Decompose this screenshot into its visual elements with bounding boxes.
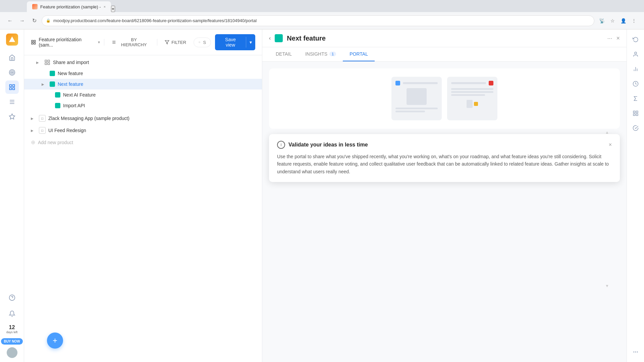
save-view-arrow[interactable]: ▾: [246, 37, 255, 48]
feature-color-dot-ai: [55, 92, 60, 98]
portal-card-arrow: [467, 100, 473, 108]
tab-insights[interactable]: INSIGHTS 1: [299, 47, 343, 61]
user-avatar[interactable]: [7, 347, 17, 358]
right-sidebar-check-button[interactable]: [630, 122, 642, 134]
product-zlack[interactable]: ▶ □ Zlack Messaging App (sample product): [24, 112, 262, 124]
save-view-button[interactable]: Save view ▾: [215, 34, 255, 50]
svg-point-3: [11, 72, 12, 73]
feature-list-scroll: ▶ Share and import New feature ▶ Next fe…: [24, 55, 262, 362]
svg-marker-0: [9, 37, 15, 42]
sidebar-home-button[interactable]: [5, 51, 19, 64]
feature-name-ai: Next AI Feature: [63, 92, 96, 98]
detail-panel: ‹ Next feature ··· × DETAIL INSIGHTS 1 P…: [262, 29, 627, 362]
portal-card-line-4: [451, 82, 486, 84]
right-sidebar-refresh-button[interactable]: [630, 78, 642, 90]
bookmark-button[interactable]: ☆: [608, 16, 617, 25]
tooltip-header: i Validate your ideas in less time ×: [277, 141, 612, 149]
profile-button[interactable]: 👤: [619, 16, 628, 25]
product-icon: □: [39, 115, 46, 122]
sidebar-features-button[interactable]: [5, 80, 19, 94]
portal-card-line-1: [403, 82, 438, 84]
product-chevron: ▶: [31, 117, 36, 120]
sidebar-target-button[interactable]: [5, 66, 19, 79]
tab-detail[interactable]: DETAIL: [269, 47, 299, 61]
feature-next-ai[interactable]: Next AI Feature: [24, 89, 262, 100]
toolbar: Feature prioritization (sam... ▾ BY HIER…: [24, 29, 262, 55]
portal-card-img-1: [407, 88, 427, 105]
search-box[interactable]: [194, 38, 211, 47]
svg-rect-5: [12, 85, 14, 87]
detail-close-button[interactable]: ×: [616, 35, 620, 42]
right-sidebar-more-button[interactable]: [630, 346, 642, 358]
feature-name-selected: Next feature: [58, 81, 83, 87]
feature-new-feature[interactable]: New feature: [24, 68, 262, 79]
svg-line-23: [200, 43, 200, 43]
address-bar[interactable]: 🔒 moodjoy.productboard.com/feature-board…: [42, 15, 594, 26]
portal-cards: [391, 77, 497, 120]
save-view-label: Save view: [215, 34, 246, 50]
forward-button[interactable]: →: [17, 16, 27, 25]
product-chevron-2: ▶: [31, 129, 36, 132]
detail-more-button[interactable]: ···: [607, 35, 612, 42]
hierarchy-button[interactable]: BY HIERARCHY: [108, 35, 153, 49]
insights-badge: 1: [329, 52, 336, 56]
url-text: moodjoy.productboard.com/feature-board/6…: [53, 18, 257, 23]
board-title[interactable]: Feature prioritization (sam... ▾: [31, 37, 100, 48]
svg-rect-17: [34, 43, 36, 44]
sidebar-filter-button[interactable]: [5, 95, 19, 109]
detail-tabs: DETAIL INSIGHTS 1 PORTAL: [262, 47, 627, 62]
refresh-button[interactable]: ↻: [30, 16, 39, 25]
days-left-label: days left: [6, 330, 18, 334]
back-button[interactable]: ←: [5, 16, 15, 25]
product-ui-feed[interactable]: ▶ □ UI Feed Redesign: [24, 124, 262, 136]
active-tab[interactable]: Feature prioritization (sample) - ×: [27, 1, 111, 12]
days-left-count: 12: [6, 324, 18, 330]
svg-rect-24: [45, 60, 47, 62]
new-tab-button[interactable]: +: [111, 6, 115, 12]
tab-portal-label: PORTAL: [350, 51, 368, 57]
portal-card-dot-1: [395, 81, 400, 85]
tooltip-body: Use the portal to share what you've ship…: [277, 153, 612, 175]
right-sidebar-user-button[interactable]: [630, 48, 642, 60]
detail-back-button[interactable]: ‹: [269, 35, 271, 41]
svg-rect-36: [636, 114, 638, 116]
sidebar-help-button[interactable]: [5, 291, 19, 304]
cast-button[interactable]: 📡: [597, 16, 606, 25]
app-logo[interactable]: [6, 34, 18, 46]
right-sidebar-history-button[interactable]: [630, 34, 642, 46]
svg-point-38: [635, 352, 636, 352]
tooltip-close-button[interactable]: ×: [609, 142, 612, 148]
svg-rect-15: [34, 40, 36, 42]
svg-rect-6: [9, 88, 11, 90]
tab-title: Feature prioritization (sample) -: [40, 4, 101, 9]
feature-color-dot: [50, 71, 55, 76]
board-dropdown-icon[interactable]: ▾: [98, 40, 100, 45]
fab-button[interactable]: +: [47, 333, 63, 349]
add-product-icon: ⊕: [31, 139, 35, 145]
tab-portal[interactable]: PORTAL: [343, 47, 375, 61]
folder-grid-icon: [44, 59, 50, 65]
extensions-button[interactable]: ⋮: [629, 16, 639, 25]
portal-card-dot-3: [474, 102, 478, 106]
add-product-row[interactable]: ⊕ Add new product: [24, 136, 262, 148]
product-icon-2: □: [39, 127, 46, 134]
buy-now-button[interactable]: BUY NOW: [1, 338, 22, 345]
toolbar-divider-1: [104, 39, 104, 46]
right-sidebar-grid-button[interactable]: [630, 107, 642, 119]
scroll-up-indicator: ▲: [605, 130, 609, 135]
feature-import-api[interactable]: Import API: [24, 100, 262, 111]
tab-insights-label: INSIGHTS: [305, 51, 327, 57]
svg-rect-16: [32, 43, 33, 44]
svg-marker-21: [165, 41, 169, 44]
detail-color-badge: [275, 34, 283, 42]
sidebar-integrations-button[interactable]: [5, 110, 19, 123]
detail-header: ‹ Next feature ··· ×: [262, 29, 627, 47]
right-sidebar-chart-button[interactable]: [630, 63, 642, 75]
tab-close-button[interactable]: ×: [104, 5, 106, 9]
right-sidebar-sigma-button[interactable]: [630, 93, 642, 105]
filter-button[interactable]: FILTER: [161, 38, 190, 47]
feature-next-feature[interactable]: ▶ Next feature: [24, 79, 262, 89]
search-input[interactable]: [203, 40, 206, 45]
sidebar-notifications-button[interactable]: [5, 307, 19, 320]
section-share-import[interactable]: ▶ Share and import: [24, 57, 262, 68]
